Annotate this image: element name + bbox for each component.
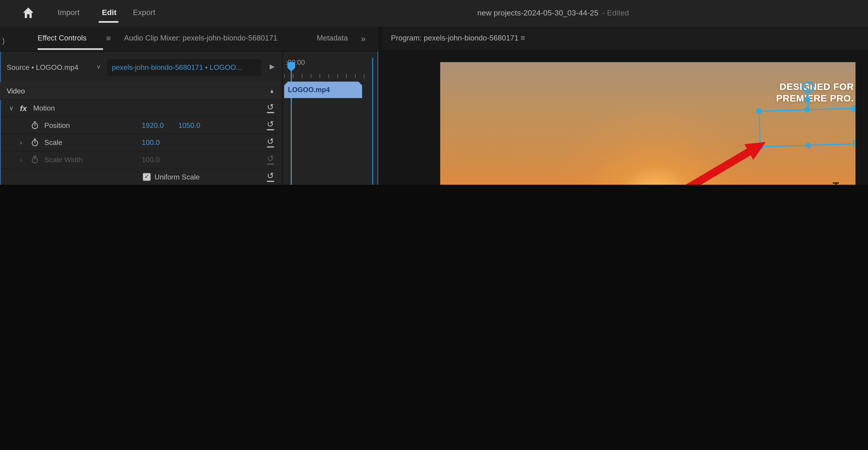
param-value[interactable]: 100.0 — [142, 138, 160, 146]
tab-effect-controls[interactable]: Effect Controls — [38, 34, 87, 42]
edited-badge: - Edited — [602, 8, 629, 17]
video-overlay-caption: DESIGNED FOR PREMIERE PRO. — [737, 81, 854, 104]
uniform-scale-checkbox[interactable]: ✓ — [143, 173, 151, 180]
mask-feather-square-handle[interactable] — [805, 97, 810, 102]
caption-line-1: DESIGNED FOR — [737, 81, 854, 92]
panel-overflow-icon[interactable]: » — [361, 34, 366, 43]
param-row-scale: › Scale 100.0 ↺ — [0, 134, 281, 151]
check-icon: ✓ — [144, 173, 149, 180]
project-title: new projects-2024-05-30_03-44-25- Edited — [477, 8, 629, 17]
chevron-right-icon[interactable]: › — [20, 138, 22, 146]
param-row-scale-width: › Scale Width 100.0 ↺ — [0, 151, 281, 169]
clipped-panel-tab[interactable]: ) — [2, 37, 5, 45]
vertical-scrollbar[interactable] — [372, 58, 373, 185]
param-name: Scale Width — [44, 156, 83, 164]
video-header-label: Video — [7, 86, 25, 95]
mask-vertex-top-right[interactable] — [852, 105, 856, 112]
fx-badge-icon[interactable]: fx — [20, 104, 27, 112]
tab-import[interactable]: Import — [58, 8, 80, 17]
chevron-down-icon[interactable]: ∨ — [96, 63, 101, 71]
param-row-position: Position 1920.0 1050.0 ↺ — [0, 116, 281, 134]
program-video-frame: DESIGNED FOR PREMIERE PRO. — [440, 62, 856, 185]
effect-row-motion: ∨ fx Motion ↺ — [0, 99, 281, 117]
premiere-pro-window: Import Edit Export new projects-2024-05-… — [0, 0, 868, 185]
program-title[interactable]: Program: pexels-john-biondo-5680171 ≡ — [391, 33, 525, 42]
stopwatch-icon — [31, 156, 39, 164]
timeline-ruler-ticks[interactable] — [284, 75, 371, 78]
mask-outline[interactable] — [758, 108, 856, 147]
reset-param-icon[interactable]: ↺ — [267, 120, 274, 130]
panel-tab-bar: ) Effect Controls ≡ Audio Clip Mixer: pe… — [0, 27, 378, 52]
monitor-background: DESIGNED FOR PREMIERE PRO. — [382, 50, 868, 185]
home-icon[interactable] — [22, 7, 34, 19]
param-name: Scale — [44, 138, 62, 146]
param-value-x[interactable]: 1920.0 — [142, 121, 164, 129]
stopwatch-icon[interactable] — [31, 121, 39, 129]
reset-param-icon[interactable]: ↺ — [267, 172, 274, 181]
tab-export[interactable]: Export — [133, 8, 155, 17]
mask-vertex-top-left[interactable] — [756, 109, 762, 114]
collapse-section-icon[interactable]: ▲ — [269, 88, 275, 94]
active-tab-underline — [99, 21, 119, 23]
chevron-open-icon[interactable]: ∨ — [9, 104, 13, 112]
panel-menu-icon[interactable]: ≡ — [106, 34, 111, 43]
mask-vertex-bottom-left[interactable] — [757, 144, 763, 150]
program-monitor-panel: Program: pexels-john-biondo-5680171 ≡ — [382, 27, 868, 185]
program-title-text: Program: pexels-john-biondo-5680171 — [391, 34, 519, 42]
video-section-header: Video ▲ — [0, 82, 281, 100]
reset-param-icon[interactable]: ↺ — [267, 137, 274, 147]
tab-metadata[interactable]: Metadata — [317, 34, 348, 42]
tab-edit[interactable]: Edit — [102, 8, 117, 17]
reset-param-icon: ↺ — [267, 154, 274, 165]
panel-menu-icon[interactable]: ≡ — [521, 33, 525, 42]
source-label: Source • LOGOO.mp4 — [7, 63, 79, 72]
caption-line-2: PREMIERE PRO. — [737, 92, 854, 104]
chevron-right-icon: › — [20, 156, 22, 163]
project-title-text: new projects-2024-05-30_03-44-25 — [477, 8, 598, 17]
linked-sequence-link[interactable]: pexels-john-biondo-5680171 • LOGOO... — [112, 63, 242, 72]
stopwatch-icon[interactable] — [31, 138, 39, 146]
effect-controls-timeline: :00:00 LOGOO.mp4 — [282, 51, 379, 185]
effect-name: Motion — [33, 104, 55, 112]
program-header: Program: pexels-john-biondo-5680171 ≡ — [382, 27, 868, 51]
active-panel-tab-underline — [38, 48, 103, 50]
playhead-marker[interactable] — [287, 62, 295, 72]
linked-sequence-box: pexels-john-biondo-5680171 • LOGOO... — [107, 59, 261, 76]
timeline-clip[interactable]: LOGOO.mp4 — [284, 81, 362, 98]
param-row-uniform-scale: ✓ Uniform Scale ↺ — [0, 168, 281, 185]
param-name: Position — [44, 121, 70, 129]
effect-controls-panel: ) Effect Controls ≡ Audio Clip Mixer: pe… — [0, 27, 378, 185]
tab-audio-clip-mixer[interactable]: Audio Clip Mixer: pexels-john-biondo-568… — [124, 34, 277, 42]
param-value: 100.0 — [142, 156, 160, 164]
clip-label: LOGOO.mp4 — [288, 86, 330, 94]
source-row: Source • LOGOO.mp4 ∨ pexels-john-biondo-… — [0, 58, 280, 79]
mask-vertex-bottom-right[interactable] — [853, 140, 856, 147]
param-name: Uniform Scale — [154, 172, 200, 181]
reset-effect-icon[interactable]: ↺ — [267, 103, 274, 113]
top-bar: Import Edit Export new projects-2024-05-… — [0, 0, 868, 27]
timeline-view-toggle-icon[interactable]: ▶ — [270, 62, 275, 70]
param-value-y[interactable]: 1050.0 — [178, 121, 200, 129]
